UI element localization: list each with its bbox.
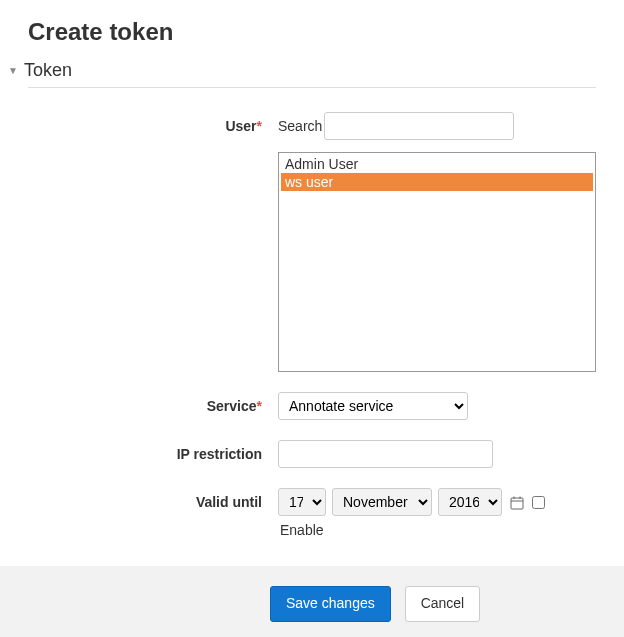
page-title: Create token	[28, 18, 596, 46]
valid-until-label: Valid until	[196, 494, 262, 510]
chevron-down-icon: ▼	[8, 65, 18, 76]
divider	[28, 87, 596, 88]
user-option-admin[interactable]: Admin User	[281, 155, 593, 173]
fieldset-token-label: Token	[24, 60, 72, 81]
valid-month-select[interactable]: November	[332, 488, 432, 516]
valid-day-select[interactable]: 17	[278, 488, 326, 516]
search-label: Search	[278, 118, 322, 134]
user-listbox[interactable]: Admin User ws user	[278, 152, 596, 372]
user-search-input[interactable]	[324, 112, 514, 140]
user-label: User	[225, 118, 256, 134]
required-marker: *	[257, 398, 262, 414]
user-option-ws[interactable]: ws user	[281, 173, 593, 191]
svg-rect-0	[511, 498, 523, 509]
fieldset-token-header[interactable]: ▼ Token	[28, 60, 596, 87]
calendar-icon[interactable]	[510, 496, 524, 513]
required-marker: *	[257, 118, 262, 134]
enable-label: Enable	[280, 522, 324, 538]
actions-bar: Save changes Cancel	[0, 566, 624, 637]
cancel-button[interactable]: Cancel	[405, 586, 481, 622]
ip-restriction-label: IP restriction	[177, 446, 262, 462]
ip-restriction-input[interactable]	[278, 440, 493, 468]
enable-checkbox[interactable]	[532, 496, 545, 509]
service-select[interactable]: Annotate service	[278, 392, 468, 420]
service-label: Service	[207, 398, 257, 414]
save-button[interactable]: Save changes	[270, 586, 391, 622]
valid-year-select[interactable]: 2016	[438, 488, 502, 516]
